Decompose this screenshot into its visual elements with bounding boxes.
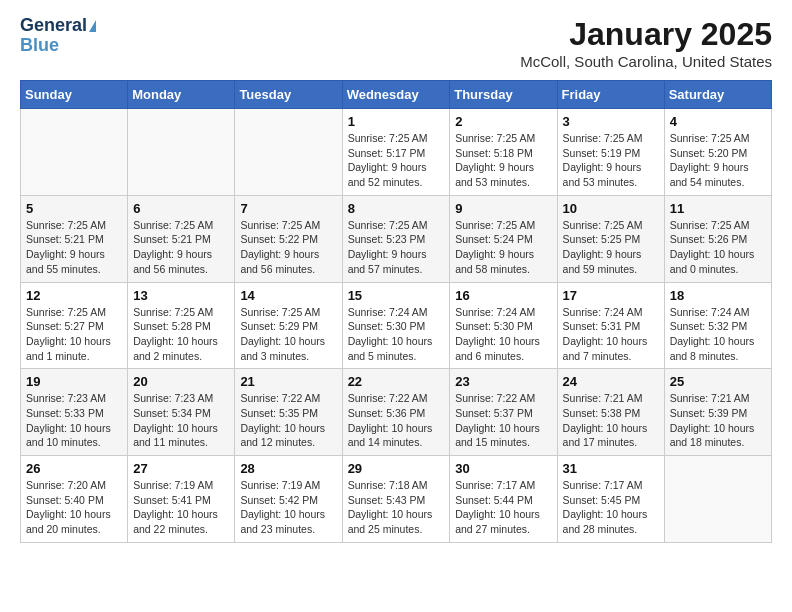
calendar-week-row: 19Sunrise: 7:23 AMSunset: 5:33 PMDayligh… (21, 369, 772, 456)
table-row: 1Sunrise: 7:25 AMSunset: 5:17 PMDaylight… (342, 109, 450, 196)
location-subtitle: McColl, South Carolina, United States (520, 53, 772, 70)
day-number: 29 (348, 461, 445, 476)
logo-triangle-icon (89, 20, 96, 32)
day-number: 9 (455, 201, 551, 216)
day-info: Sunrise: 7:24 AMSunset: 5:30 PMDaylight:… (455, 305, 551, 364)
header: General Blue January 2025 McColl, South … (20, 16, 772, 70)
day-number: 2 (455, 114, 551, 129)
day-number: 31 (563, 461, 659, 476)
table-row: 4Sunrise: 7:25 AMSunset: 5:20 PMDaylight… (664, 109, 771, 196)
table-row (235, 109, 342, 196)
table-row: 27Sunrise: 7:19 AMSunset: 5:41 PMDayligh… (128, 456, 235, 543)
day-info: Sunrise: 7:21 AMSunset: 5:39 PMDaylight:… (670, 391, 766, 450)
table-row: 26Sunrise: 7:20 AMSunset: 5:40 PMDayligh… (21, 456, 128, 543)
day-info: Sunrise: 7:25 AMSunset: 5:26 PMDaylight:… (670, 218, 766, 277)
day-number: 12 (26, 288, 122, 303)
day-number: 16 (455, 288, 551, 303)
day-number: 10 (563, 201, 659, 216)
calendar-week-row: 5Sunrise: 7:25 AMSunset: 5:21 PMDaylight… (21, 195, 772, 282)
day-number: 18 (670, 288, 766, 303)
col-friday: Friday (557, 81, 664, 109)
logo-blue: Blue (20, 36, 59, 56)
day-number: 20 (133, 374, 229, 389)
day-number: 26 (26, 461, 122, 476)
table-row: 5Sunrise: 7:25 AMSunset: 5:21 PMDaylight… (21, 195, 128, 282)
day-info: Sunrise: 7:24 AMSunset: 5:31 PMDaylight:… (563, 305, 659, 364)
day-info: Sunrise: 7:25 AMSunset: 5:29 PMDaylight:… (240, 305, 336, 364)
title-block: January 2025 McColl, South Carolina, Uni… (520, 16, 772, 70)
table-row: 18Sunrise: 7:24 AMSunset: 5:32 PMDayligh… (664, 282, 771, 369)
table-row: 11Sunrise: 7:25 AMSunset: 5:26 PMDayligh… (664, 195, 771, 282)
day-number: 21 (240, 374, 336, 389)
calendar-table: Sunday Monday Tuesday Wednesday Thursday… (20, 80, 772, 543)
table-row: 15Sunrise: 7:24 AMSunset: 5:30 PMDayligh… (342, 282, 450, 369)
table-row (128, 109, 235, 196)
day-info: Sunrise: 7:25 AMSunset: 5:25 PMDaylight:… (563, 218, 659, 277)
day-info: Sunrise: 7:23 AMSunset: 5:33 PMDaylight:… (26, 391, 122, 450)
table-row: 20Sunrise: 7:23 AMSunset: 5:34 PMDayligh… (128, 369, 235, 456)
day-number: 17 (563, 288, 659, 303)
day-number: 1 (348, 114, 445, 129)
day-info: Sunrise: 7:22 AMSunset: 5:35 PMDaylight:… (240, 391, 336, 450)
table-row: 7Sunrise: 7:25 AMSunset: 5:22 PMDaylight… (235, 195, 342, 282)
day-info: Sunrise: 7:25 AMSunset: 5:19 PMDaylight:… (563, 131, 659, 190)
day-info: Sunrise: 7:24 AMSunset: 5:30 PMDaylight:… (348, 305, 445, 364)
day-info: Sunrise: 7:22 AMSunset: 5:37 PMDaylight:… (455, 391, 551, 450)
table-row: 2Sunrise: 7:25 AMSunset: 5:18 PMDaylight… (450, 109, 557, 196)
logo-general: General (20, 16, 87, 36)
day-number: 25 (670, 374, 766, 389)
day-info: Sunrise: 7:22 AMSunset: 5:36 PMDaylight:… (348, 391, 445, 450)
day-info: Sunrise: 7:25 AMSunset: 5:18 PMDaylight:… (455, 131, 551, 190)
day-number: 8 (348, 201, 445, 216)
calendar-header-row: Sunday Monday Tuesday Wednesday Thursday… (21, 81, 772, 109)
calendar-week-row: 12Sunrise: 7:25 AMSunset: 5:27 PMDayligh… (21, 282, 772, 369)
table-row: 23Sunrise: 7:22 AMSunset: 5:37 PMDayligh… (450, 369, 557, 456)
day-number: 24 (563, 374, 659, 389)
day-info: Sunrise: 7:25 AMSunset: 5:21 PMDaylight:… (133, 218, 229, 277)
table-row: 30Sunrise: 7:17 AMSunset: 5:44 PMDayligh… (450, 456, 557, 543)
day-info: Sunrise: 7:20 AMSunset: 5:40 PMDaylight:… (26, 478, 122, 537)
logo: General Blue (20, 16, 96, 56)
day-info: Sunrise: 7:25 AMSunset: 5:23 PMDaylight:… (348, 218, 445, 277)
day-info: Sunrise: 7:17 AMSunset: 5:44 PMDaylight:… (455, 478, 551, 537)
day-info: Sunrise: 7:23 AMSunset: 5:34 PMDaylight:… (133, 391, 229, 450)
day-number: 13 (133, 288, 229, 303)
table-row: 6Sunrise: 7:25 AMSunset: 5:21 PMDaylight… (128, 195, 235, 282)
day-info: Sunrise: 7:25 AMSunset: 5:27 PMDaylight:… (26, 305, 122, 364)
day-info: Sunrise: 7:19 AMSunset: 5:41 PMDaylight:… (133, 478, 229, 537)
table-row: 19Sunrise: 7:23 AMSunset: 5:33 PMDayligh… (21, 369, 128, 456)
table-row: 14Sunrise: 7:25 AMSunset: 5:29 PMDayligh… (235, 282, 342, 369)
page-container: General Blue January 2025 McColl, South … (0, 0, 792, 559)
day-number: 4 (670, 114, 766, 129)
table-row (664, 456, 771, 543)
day-info: Sunrise: 7:18 AMSunset: 5:43 PMDaylight:… (348, 478, 445, 537)
month-title: January 2025 (520, 16, 772, 53)
calendar-week-row: 26Sunrise: 7:20 AMSunset: 5:40 PMDayligh… (21, 456, 772, 543)
calendar-week-row: 1Sunrise: 7:25 AMSunset: 5:17 PMDaylight… (21, 109, 772, 196)
table-row: 13Sunrise: 7:25 AMSunset: 5:28 PMDayligh… (128, 282, 235, 369)
day-info: Sunrise: 7:25 AMSunset: 5:24 PMDaylight:… (455, 218, 551, 277)
day-number: 28 (240, 461, 336, 476)
day-number: 11 (670, 201, 766, 216)
col-thursday: Thursday (450, 81, 557, 109)
day-number: 14 (240, 288, 336, 303)
day-info: Sunrise: 7:17 AMSunset: 5:45 PMDaylight:… (563, 478, 659, 537)
day-number: 15 (348, 288, 445, 303)
table-row: 22Sunrise: 7:22 AMSunset: 5:36 PMDayligh… (342, 369, 450, 456)
day-number: 7 (240, 201, 336, 216)
col-tuesday: Tuesday (235, 81, 342, 109)
day-number: 19 (26, 374, 122, 389)
day-info: Sunrise: 7:21 AMSunset: 5:38 PMDaylight:… (563, 391, 659, 450)
day-info: Sunrise: 7:25 AMSunset: 5:28 PMDaylight:… (133, 305, 229, 364)
day-info: Sunrise: 7:19 AMSunset: 5:42 PMDaylight:… (240, 478, 336, 537)
day-number: 23 (455, 374, 551, 389)
table-row: 17Sunrise: 7:24 AMSunset: 5:31 PMDayligh… (557, 282, 664, 369)
day-number: 30 (455, 461, 551, 476)
col-sunday: Sunday (21, 81, 128, 109)
day-info: Sunrise: 7:25 AMSunset: 5:17 PMDaylight:… (348, 131, 445, 190)
table-row (21, 109, 128, 196)
day-number: 5 (26, 201, 122, 216)
day-info: Sunrise: 7:25 AMSunset: 5:22 PMDaylight:… (240, 218, 336, 277)
day-info: Sunrise: 7:24 AMSunset: 5:32 PMDaylight:… (670, 305, 766, 364)
table-row: 25Sunrise: 7:21 AMSunset: 5:39 PMDayligh… (664, 369, 771, 456)
